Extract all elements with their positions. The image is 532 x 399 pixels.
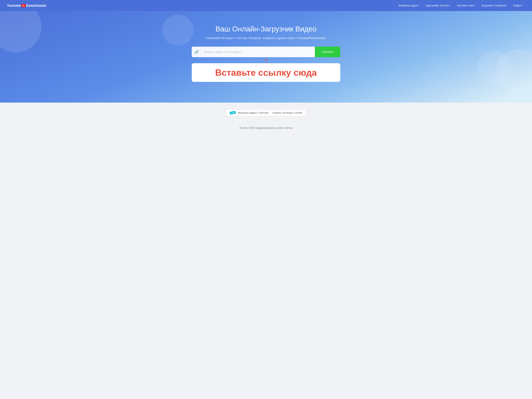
logo-text-suffix: Downloader: [26, 4, 47, 8]
nav-item-bilibili[interactable]: Билибили Аддон ▾: [396, 3, 422, 8]
content-area: new Вырезать видео с YouTube | Скачать с…: [0, 103, 532, 136]
video-url-input[interactable]: [202, 47, 315, 57]
language-arrow-icon: ▾: [522, 5, 523, 6]
feature-cut-video[interactable]: new Вырезать видео с YouTube | Скачать с…: [226, 109, 305, 116]
facebook-arrow-icon: ▾: [506, 5, 507, 6]
nav-label-youtube-mp3: YouTube в mp3: [457, 4, 474, 7]
chain-icon: 🔗: [195, 50, 199, 54]
download-button[interactable]: Скачать: [315, 47, 341, 57]
feature-divider: |: [270, 111, 271, 114]
bilibili-arrow-icon: ▾: [418, 5, 419, 6]
nav-item-language[interactable]: English ▾: [511, 3, 525, 8]
youtube-addon-arrow-icon: ▾: [450, 5, 450, 6]
hero-section: Ваш Онлайн-Загрузчик Видео Скачивайте 4К…: [0, 11, 532, 103]
supported-sites-label: Более 1000 поддерживаемых веб-сайтов: [3, 127, 529, 130]
new-badge: new: [230, 111, 236, 115]
youtube-mp3-arrow-icon: ▾: [474, 5, 475, 6]
hero-subtitle: Скачивайте 4К-видео с YouTube, Facebook,…: [3, 37, 529, 40]
search-bar: 🔗 Скачать: [192, 47, 340, 57]
nav-menu: Билибили Аддон ▾ Надстройка YouTube ▾ Yo…: [396, 3, 525, 8]
nav-label-bilibili: Билибили Аддон: [399, 4, 418, 7]
logo-4k-badge: 4K: [21, 4, 26, 7]
logo-text-prefix: Youtube: [7, 4, 21, 8]
nav-item-facebook[interactable]: Загрузчик с Facebook ▾: [479, 3, 509, 8]
nav-label-facebook: Загрузчик с Facebook: [481, 4, 505, 7]
link-icon: 🔗: [192, 47, 202, 57]
nav-label-language: English: [513, 4, 521, 7]
subtitles-label: Скачать субтитры с ютуба: [272, 111, 302, 114]
nav-label-youtube-addon: Надстройка YouTube: [425, 4, 449, 7]
paste-callout-box: Вставьте ссылку сюда: [192, 63, 340, 82]
hero-title: Ваш Онлайн-Загрузчик Видео: [3, 25, 529, 33]
nav-item-youtube-mp3[interactable]: YouTube в mp3 ▾: [454, 3, 477, 8]
features-bar: new Вырезать видео с YouTube | Скачать с…: [192, 109, 340, 116]
navbar: Youtube4K Downloader Билибили Аддон ▾ На…: [0, 0, 532, 11]
logo[interactable]: Youtube4K Downloader: [7, 4, 47, 8]
paste-callout-text: Вставьте ссылку сюда: [215, 68, 317, 77]
nav-item-youtube-addon[interactable]: Надстройка YouTube ▾: [423, 3, 453, 8]
cut-video-label: Вырезать видео с YouTube: [238, 111, 268, 114]
